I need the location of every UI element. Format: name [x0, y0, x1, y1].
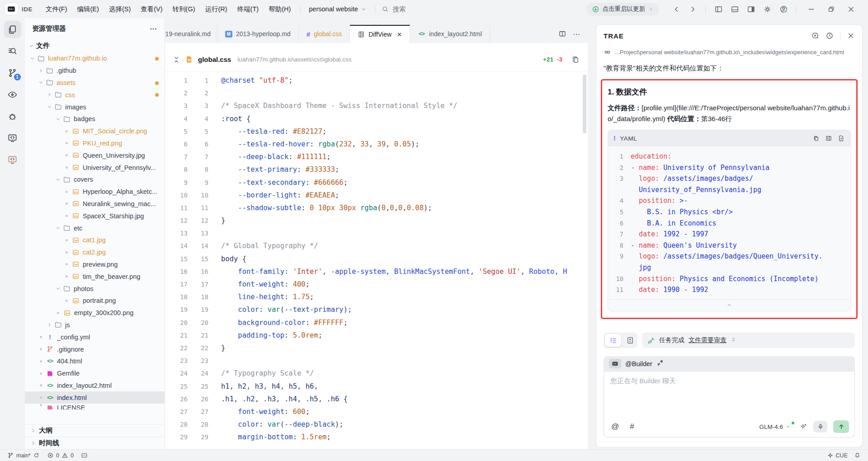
task-status-bar[interactable]: 任务完成 文件需要审查 [642, 333, 855, 348]
settings-button[interactable] [759, 2, 775, 16]
activity-marketplace[interactable] [4, 151, 21, 168]
enhance-prompt-icon[interactable] [799, 423, 807, 431]
tree-item[interactable]: images [25, 101, 165, 113]
app-logo[interactable] [5, 3, 18, 15]
new-chat-icon[interactable] [811, 32, 819, 40]
copy-file-icon[interactable] [571, 56, 580, 64]
problems-item[interactable]: 0 0 [47, 452, 74, 459]
tab-2013-hyperloop[interactable]: M2013-hyperloop.md [217, 25, 299, 43]
menu-run[interactable]: 运行(R) [200, 2, 232, 16]
chat-input[interactable] [610, 377, 849, 415]
tree-item[interactable]: Gemfile [25, 367, 165, 380]
toggle-left-panel-button[interactable] [710, 2, 726, 16]
model-selector[interactable]: GLM-4.6 [759, 423, 791, 430]
split-editor-icon[interactable] [558, 30, 566, 38]
tree-item[interactable]: js [25, 319, 165, 331]
tab-2019-neuralink[interactable]: 2019-neuralink.md [165, 25, 217, 43]
toggle-right-panel-button[interactable] [743, 2, 759, 16]
apply-to-file-icon[interactable] [838, 135, 845, 142]
tree-item[interactable]: !_config.yml [25, 331, 165, 343]
menu-selection[interactable]: 选择(S) [104, 2, 136, 16]
mention-button[interactable]: @ [611, 422, 619, 431]
tree-item[interactable]: cat2.jpg [25, 246, 165, 259]
activity-source-control[interactable]: 1 [4, 64, 21, 81]
menu-terminal[interactable]: 终端(T) [232, 2, 264, 16]
explorer-more-button[interactable]: ⋯ [150, 24, 157, 33]
cue-item[interactable]: CUE [827, 452, 848, 459]
tree-item[interactable]: <>index.html [25, 391, 165, 404]
close-panel-icon[interactable] [847, 32, 855, 40]
context-file-row[interactable]: ...Project\personal website\luahan77m.gi… [596, 47, 862, 61]
account-button[interactable] [775, 2, 792, 16]
yaml-code[interactable]: 1education:2- name: University of Pennsy… [608, 146, 850, 299]
tree-item[interactable]: portrait.png [25, 295, 165, 307]
tree-item[interactable]: css [25, 89, 165, 101]
menu-goto[interactable]: 转到(G) [168, 2, 200, 16]
files-section-header[interactable]: 文件 [25, 39, 165, 52]
context-tag-button[interactable]: # [630, 422, 634, 431]
tree-item[interactable]: .github [25, 65, 165, 77]
tab-diffview[interactable]: DiffView ✕ [350, 25, 410, 43]
tree-item[interactable]: SpaceX_Starship.jpg [25, 210, 165, 222]
activity-debug[interactable] [4, 108, 21, 125]
close-tab-icon[interactable]: ✕ [397, 31, 402, 38]
notifications-item[interactable] [854, 452, 861, 459]
menu-file[interactable]: 文件(F) [41, 2, 72, 16]
tab-global-css[interactable]: #global.css [299, 25, 350, 43]
menu-edit[interactable]: 编辑(E) [72, 2, 104, 16]
builder-agent-bar[interactable]: @Builder [604, 356, 855, 371]
window-close-button[interactable] [841, 2, 861, 16]
tree-item[interactable]: cat1.jpg [25, 234, 165, 246]
more-actions-button[interactable]: ⋯ [573, 30, 580, 38]
tree-item[interactable]: .gitignore [25, 343, 165, 355]
tree-item[interactable]: <>index_layout2.html [25, 380, 165, 392]
tree-item[interactable]: Queen_University.jpg [25, 149, 165, 161]
tree-item[interactable]: <>404.html [25, 355, 165, 367]
tree-item[interactable]: Neuralink_sewing_mac... [25, 198, 165, 210]
tree-item[interactable]: tim_the_beaver.png [25, 270, 165, 282]
send-button[interactable] [833, 420, 849, 433]
outline-section[interactable]: 大纲 [25, 424, 165, 437]
tree-item[interactable]: empty_300x200.png [25, 307, 165, 319]
menu-view[interactable]: 查看(V) [136, 2, 167, 16]
git-branch-item[interactable]: main* [7, 452, 40, 459]
checklist-view-button[interactable] [605, 334, 621, 347]
tree-item[interactable]: covers [25, 174, 165, 186]
diff-code-view[interactable]: 11@charset "utf-8";2233/* SpaceX Dashboa… [165, 72, 588, 449]
tree-item[interactable]: Hyperloop_Alpha_sketc... [25, 186, 165, 198]
history-icon[interactable] [826, 32, 834, 40]
tree-item[interactable]: MIT_Social_circle.png [25, 125, 165, 137]
window-minimize-button[interactable] [801, 2, 821, 16]
titlebar-search[interactable]: 搜索 [382, 5, 406, 14]
file-changes-button[interactable] [624, 336, 636, 344]
collapse-code-button[interactable] [608, 299, 850, 311]
restart-update-button[interactable]: 点击重启以更新 [586, 3, 660, 16]
tree-item[interactable]: preview.png [25, 259, 165, 271]
tree-item[interactable]: LICENSE [25, 404, 165, 409]
activity-search[interactable] [4, 42, 21, 60]
editor-scrollbar[interactable] [583, 75, 586, 133]
toggle-bottom-panel-button[interactable] [726, 2, 743, 16]
tree-item[interactable]: PKU_red.png [25, 137, 165, 150]
tree-item[interactable]: University_of_Pennsylv... [25, 161, 165, 174]
console-item[interactable] [81, 452, 88, 459]
expand-status-button[interactable] [731, 337, 736, 344]
tree-item[interactable]: etc [25, 222, 165, 234]
activity-preview[interactable] [4, 86, 21, 103]
window-restore-button[interactable] [821, 2, 841, 16]
activity-panel-code[interactable] [4, 129, 21, 146]
tab-index-layout2[interactable]: <>index_layout2.html [410, 25, 490, 43]
nav-back-button[interactable] [668, 2, 684, 16]
voice-input-button[interactable] [813, 421, 827, 433]
builder-tools-button[interactable] [656, 359, 664, 368]
project-switcher[interactable]: personal website [305, 5, 370, 13]
files-review-link[interactable]: 文件需要审查 [689, 336, 726, 344]
collapse-regions-icon[interactable] [172, 56, 180, 64]
tree-item[interactable]: badges [25, 113, 165, 125]
menu-help[interactable]: 帮助(H) [264, 2, 296, 16]
insert-code-icon[interactable] [825, 135, 832, 142]
tree-item[interactable]: photos [25, 282, 165, 295]
activity-explorer[interactable] [4, 21, 21, 38]
tree-item[interactable]: assets [25, 77, 165, 89]
tree-item[interactable]: luahan77m.github.io [25, 52, 165, 65]
